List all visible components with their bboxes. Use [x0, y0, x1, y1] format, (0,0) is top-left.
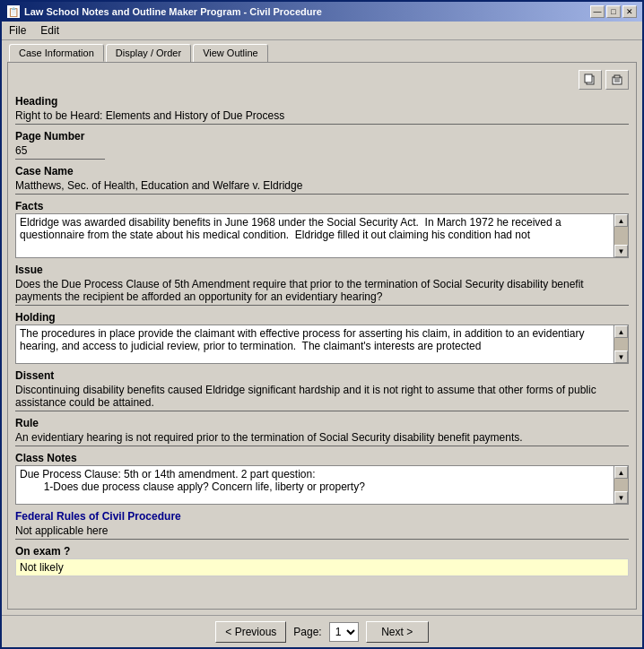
page-number-label: Page Number: [15, 130, 629, 143]
menu-file[interactable]: File: [5, 23, 30, 38]
class-notes-scroll-down[interactable]: ▼: [614, 491, 628, 504]
issue-value: Does the Due Process Clause of 5th Amend…: [15, 277, 629, 306]
class-notes-container: ▲ ▼: [15, 465, 629, 505]
holding-scroll-up[interactable]: ▲: [614, 325, 628, 338]
class-notes-section: Class Notes ▲ ▼: [15, 452, 629, 505]
heading-label: Heading: [15, 95, 629, 108]
facts-scroll-down[interactable]: ▼: [614, 245, 628, 257]
maximize-button[interactable]: □: [606, 5, 621, 18]
facts-label: Facts: [15, 200, 629, 212]
menu-edit[interactable]: Edit: [37, 23, 63, 38]
window-title: Law School Notes and Outline Maker Progr…: [24, 6, 322, 17]
copy-button[interactable]: [579, 70, 602, 90]
facts-scrollbar[interactable]: ▲ ▼: [614, 214, 628, 257]
heading-section: Heading Right to be Heard: Elements and …: [15, 95, 629, 125]
holding-scroll-down[interactable]: ▼: [614, 350, 628, 363]
content-area: Heading Right to be Heard: Elements and …: [7, 62, 637, 610]
facts-scroll-up[interactable]: ▲: [614, 214, 628, 227]
paste-button[interactable]: [605, 70, 629, 90]
federal-rules-value: Not applicable here: [15, 524, 629, 540]
tab-display-order[interactable]: Display / Order: [106, 44, 191, 62]
rule-section: Rule An evidentiary hearing is not requi…: [15, 417, 629, 446]
holding-scroll-track: [614, 338, 628, 350]
tab-case-information[interactable]: Case Information: [9, 44, 104, 62]
class-notes-scroll-track: [614, 479, 628, 491]
previous-button[interactable]: < Previous: [215, 621, 286, 643]
close-button[interactable]: ✕: [622, 5, 637, 18]
title-buttons: — □ ✕: [590, 5, 637, 18]
menu-bar: File Edit: [2, 22, 642, 40]
page-label: Page:: [293, 626, 321, 638]
facts-input[interactable]: [16, 214, 614, 257]
svg-rect-1: [585, 74, 592, 82]
federal-rules-section: Federal Rules of Civil Procedure Not app…: [15, 510, 629, 540]
title-bar: 📋 Law School Notes and Outline Maker Pro…: [2, 2, 642, 22]
toolbar-icons: [15, 70, 629, 90]
case-name-label: Case Name: [15, 165, 629, 177]
bottom-nav-bar: < Previous Page: 1 Next >: [2, 615, 642, 647]
app-icon: 📋: [7, 5, 20, 18]
main-window: 📋 Law School Notes and Outline Maker Pro…: [0, 0, 644, 649]
issue-section: Issue Does the Due Process Clause of 5th…: [15, 264, 629, 306]
svg-rect-3: [614, 75, 620, 78]
holding-input[interactable]: [16, 325, 614, 363]
page-number-section: Page Number 65: [15, 130, 629, 160]
on-exam-value: Not likely: [15, 558, 629, 576]
page-number-value: 65: [15, 143, 105, 160]
holding-container: ▲ ▼: [15, 324, 629, 364]
facts-container: ▲ ▼: [15, 213, 629, 258]
facts-section: Facts ▲ ▼: [15, 200, 629, 258]
heading-value: Right to be Heard: Elements and History …: [15, 108, 629, 125]
holding-label: Holding: [15, 311, 629, 324]
class-notes-label: Class Notes: [15, 452, 629, 464]
tab-bar: Case Information Display / Order View Ou…: [2, 40, 642, 62]
on-exam-section: On exam ? Not likely: [15, 545, 629, 576]
holding-section: Holding ▲ ▼: [15, 311, 629, 364]
federal-rules-label: Federal Rules of Civil Procedure: [15, 510, 629, 523]
case-name-section: Case Name Matthews, Sec. of Health, Educ…: [15, 165, 629, 195]
rule-label: Rule: [15, 417, 629, 429]
class-notes-input[interactable]: [16, 466, 614, 504]
rule-value: An evidentiary hearing is not required p…: [15, 430, 629, 446]
next-button[interactable]: Next >: [366, 621, 429, 643]
dissent-section: Dissent Discontinuing disability benefit…: [15, 369, 629, 411]
on-exam-label: On exam ?: [15, 545, 629, 558]
minimize-button[interactable]: —: [590, 5, 605, 18]
page-select[interactable]: 1: [329, 622, 359, 642]
title-bar-left: 📋 Law School Notes and Outline Maker Pro…: [7, 5, 322, 18]
class-notes-scroll-up[interactable]: ▲: [614, 466, 628, 479]
tab-view-outline[interactable]: View Outline: [193, 44, 268, 62]
facts-scroll-track: [614, 227, 628, 245]
issue-label: Issue: [15, 264, 629, 276]
dissent-value: Discontinuing disability benefits caused…: [15, 383, 629, 411]
class-notes-scrollbar[interactable]: ▲ ▼: [614, 466, 628, 504]
dissent-label: Dissent: [15, 369, 629, 382]
holding-scrollbar[interactable]: ▲ ▼: [614, 325, 628, 363]
case-name-value: Matthews, Sec. of Health, Education and …: [15, 178, 629, 195]
